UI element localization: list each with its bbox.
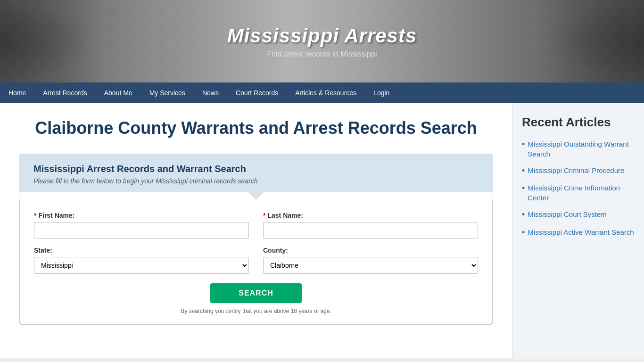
bullet-icon-1: • (522, 139, 525, 150)
sidebar-article-list: • Mississippi Outstanding Warrant Search… (522, 139, 635, 238)
main-nav: Home Arrest Records About Me My Services… (0, 82, 644, 103)
nav-services[interactable]: My Services (141, 82, 194, 103)
nav-login[interactable]: Login (365, 82, 398, 103)
last-name-label: *Last Name: (263, 212, 478, 219)
form-group-first-name: *First Name: (34, 212, 249, 239)
form-row-location: State: Mississippi Alabama Arkansas Loui… (34, 247, 478, 274)
nav-arrest-records[interactable]: Arrest Records (34, 82, 95, 103)
state-label: State: (34, 247, 249, 254)
sidebar-link-2[interactable]: Mississippi Criminal Procedure (528, 165, 624, 175)
list-item: • Mississippi Active Warrant Search (522, 227, 635, 238)
county-label: County: (263, 247, 478, 254)
form-row-name: *First Name: *Last Name: (34, 212, 478, 239)
search-box-arrow (19, 191, 493, 200)
county-select[interactable]: Claiborne Adams Alcorn Amite Attala (263, 257, 478, 274)
sidebar-link-3[interactable]: Mississippi Crime Information Center (528, 183, 635, 203)
sidebar-link-4[interactable]: Mississippi Court System (528, 209, 607, 219)
nav-articles-resources[interactable]: Articles & Resources (287, 82, 365, 103)
site-title: Mississippi Arrests (227, 25, 417, 47)
first-name-label: *First Name: (34, 212, 249, 219)
required-star-last: * (263, 212, 265, 219)
last-name-input[interactable] (263, 222, 478, 239)
nav-court-records[interactable]: Court Records (227, 82, 287, 103)
header-text-block: Mississippi Arrests Find arrest records … (227, 25, 417, 58)
search-box: Mississippi Arrest Records and Warrant S… (19, 154, 493, 325)
required-star-first: * (34, 212, 36, 219)
search-btn-row: SEARCH (34, 283, 478, 303)
page-body: Claiborne County Warrants and Arrest Rec… (0, 103, 644, 358)
form-note: By searching you certify that you are ab… (34, 308, 478, 314)
search-box-header: Mississippi Arrest Records and Warrant S… (19, 154, 493, 192)
sidebar-title: Recent Articles (522, 115, 635, 130)
form-group-last-name: *Last Name: (263, 212, 478, 239)
search-box-heading: Mississippi Arrest Records and Warrant S… (33, 164, 479, 174)
arrow-down-icon (248, 191, 264, 200)
bullet-icon-4: • (522, 209, 525, 220)
list-item: • Mississippi Criminal Procedure (522, 165, 635, 176)
bullet-icon-5: • (522, 227, 525, 238)
bullet-icon-3: • (522, 183, 525, 194)
form-group-state: State: Mississippi Alabama Arkansas Loui… (34, 247, 249, 274)
site-subtitle: Find arrest records in Mississippi (227, 50, 417, 58)
search-button[interactable]: SEARCH (210, 283, 302, 303)
nav-home[interactable]: Home (0, 82, 34, 103)
sidebar: Recent Articles • Mississippi Outstandin… (512, 103, 644, 358)
list-item: • Mississippi Crime Information Center (522, 183, 635, 203)
search-form: *First Name: *Last Name: State: (19, 200, 493, 324)
main-content: Claiborne County Warrants and Arrest Rec… (0, 103, 512, 358)
search-box-subheading: Please fill in the form below to begin y… (33, 177, 479, 185)
state-select[interactable]: Mississippi Alabama Arkansas Louisiana T… (34, 257, 249, 274)
form-group-county: County: Claiborne Adams Alcorn Amite Att… (263, 247, 478, 274)
page-title: Claiborne County Warrants and Arrest Rec… (19, 117, 493, 140)
sidebar-link-1[interactable]: Mississippi Outstanding Warrant Search (528, 139, 635, 159)
hands-left-decoration (0, 0, 94, 82)
sidebar-link-5[interactable]: Mississippi Active Warrant Search (528, 227, 634, 237)
nav-news[interactable]: News (194, 82, 227, 103)
nav-about-me[interactable]: About Me (96, 82, 141, 103)
first-name-input[interactable] (34, 222, 249, 239)
bullet-icon-2: • (522, 165, 525, 176)
list-item: • Mississippi Court System (522, 209, 635, 220)
list-item: • Mississippi Outstanding Warrant Search (522, 139, 635, 159)
hands-right-decoration (550, 0, 644, 82)
site-header: Mississippi Arrests Find arrest records … (0, 0, 644, 82)
